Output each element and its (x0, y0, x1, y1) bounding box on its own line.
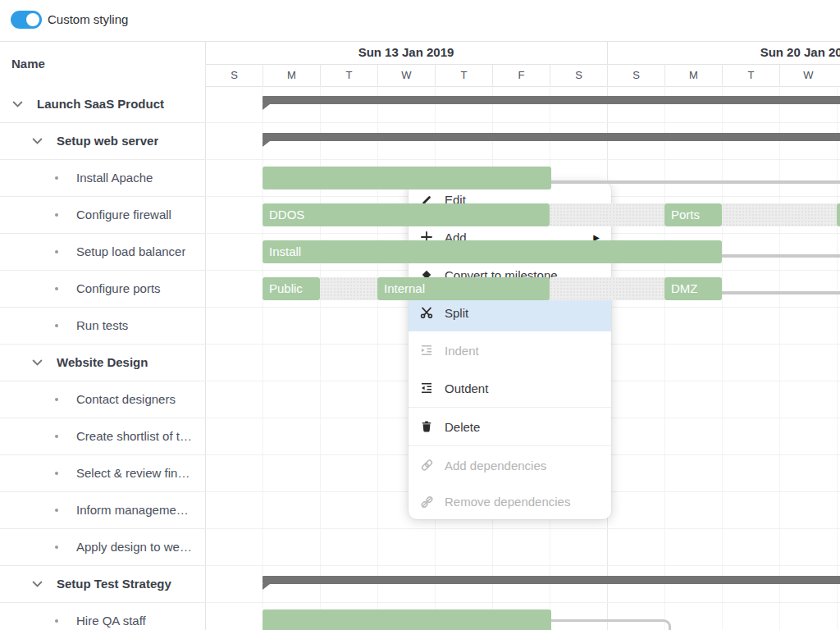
task-bar-segment-ports[interactable]: Ports (664, 203, 722, 226)
day-header-cell: S (550, 64, 607, 86)
day-header-cell: T (722, 64, 779, 86)
timeline-row[interactable] (205, 86, 840, 123)
menu-item-add-dependencies: Add dependencies (409, 446, 611, 484)
timeline-row[interactable] (205, 529, 840, 566)
tree-row-apply-design-to-we-[interactable]: Apply design to we… (0, 529, 205, 566)
menu-item-label: Delete (445, 420, 480, 434)
leaf-bullet-icon (48, 455, 66, 491)
task-name-label: Website Design (57, 345, 148, 381)
dependency-line (551, 180, 840, 184)
leaf-bullet-icon (48, 603, 66, 630)
task-name-label: Launch SaaS Product (37, 86, 164, 122)
day-header-cell: F (492, 64, 550, 86)
day-header-cell: M (664, 64, 722, 86)
task-context-menu: EditAdd…▶Convert to milestoneSplitIndent… (409, 182, 611, 519)
tree-row-hire-qa-staff[interactable]: Hire QA staff (0, 603, 205, 630)
name-column-header[interactable]: Name (11, 41, 45, 86)
tree-row-setup-load-balancer[interactable]: Setup load balancer (0, 234, 205, 271)
summary-task-bar[interactable] (262, 576, 840, 584)
dependency-line (722, 291, 840, 294)
leaf-bullet-icon (48, 271, 66, 307)
task-name-label: Setup web server (57, 123, 158, 159)
task-name-label: Apply design to we… (76, 529, 192, 565)
tree-row-install-apache[interactable]: Install Apache (0, 160, 205, 197)
menu-item-indent: Indent (409, 331, 611, 369)
task-bar-segment-public[interactable]: Public (262, 277, 320, 300)
task-bar-segment-internal[interactable]: Internal (377, 277, 550, 300)
outdent-icon (420, 381, 436, 395)
dependency-line (722, 254, 840, 258)
task-name-label: Configure firewall (76, 197, 171, 233)
day-header-cell: S (607, 64, 664, 86)
split-gap-segment[interactable] (722, 203, 837, 226)
expand-chevron-down-icon[interactable] (28, 345, 46, 381)
menu-item-delete[interactable]: Delete (409, 408, 611, 445)
indent-icon (420, 344, 436, 357)
gantt-app: Custom styling Name Sun 13 Jan 2019Sun 2… (0, 0, 840, 630)
leaf-bullet-icon (48, 418, 66, 454)
task-name-label: Inform manageme… (76, 492, 189, 528)
day-header-cell: T (320, 64, 377, 86)
leaf-bullet-icon (48, 234, 66, 270)
link-broken-icon (420, 495, 436, 509)
leaf-bullet-icon (48, 197, 66, 233)
summary-task-bar[interactable] (262, 133, 840, 141)
task-bar-segment[interactable] (262, 609, 551, 630)
timeline-row[interactable] (205, 566, 840, 603)
task-bar-segment-ddos[interactable]: DDOS (262, 203, 550, 226)
tree-row-inform-manageme-[interactable]: Inform manageme… (0, 492, 205, 529)
task-name-label: Install Apache (76, 160, 153, 196)
task-bar-segment[interactable] (262, 167, 551, 189)
menu-item-label: Split (445, 306, 468, 320)
tree-row-configure-firewall[interactable]: Configure firewall (0, 197, 205, 234)
task-name-label: Create shortlist of t… (76, 418, 192, 454)
task-name-label: Hire QA staff (76, 603, 146, 630)
day-header-cell: W (377, 64, 435, 86)
trash-icon (420, 420, 436, 433)
leaf-bullet-icon (48, 529, 66, 565)
leaf-bullet-icon (48, 381, 66, 418)
tree-row-select-review-fin-[interactable]: Select & review fin… (0, 455, 205, 492)
split-gap-segment[interactable] (550, 203, 664, 226)
dependency-line (551, 619, 671, 630)
menu-item-outdent[interactable]: Outdent (409, 369, 611, 407)
timeline-row[interactable] (205, 123, 840, 160)
tree-row-launch-saas-product[interactable]: Launch SaaS Product (0, 86, 205, 123)
tree-row-contact-designers[interactable]: Contact designers (0, 381, 205, 418)
week-boundary-line (607, 41, 608, 64)
day-header-cell: S (205, 64, 262, 86)
task-bar-segment-dmz[interactable]: DMZ (664, 277, 722, 300)
tree-row-setup-test-strategy[interactable]: Setup Test Strategy (0, 566, 205, 603)
day-header-cell: M (262, 64, 320, 86)
expand-chevron-down-icon[interactable] (28, 566, 46, 602)
tree-row-run-tests[interactable]: Run tests (0, 308, 205, 345)
summary-task-bar[interactable] (262, 96, 840, 104)
task-name-label: Run tests (76, 308, 128, 344)
expand-chevron-down-icon[interactable] (8, 86, 26, 122)
leaf-bullet-icon (48, 308, 66, 344)
split-gap-segment[interactable] (320, 277, 377, 300)
task-name-label: Contact designers (76, 381, 176, 418)
day-header-cell: T (435, 64, 492, 86)
menu-item-label: Add dependencies (445, 459, 546, 472)
menu-item-label: Remove dependencies (445, 495, 570, 509)
menu-item-remove-dependencies: Remove dependencies (409, 484, 611, 519)
task-bar-segment-install[interactable]: Install (262, 240, 722, 263)
tree-row-configure-ports[interactable]: Configure ports (0, 271, 205, 308)
tree-row-create-shortlist-of-t-[interactable]: Create shortlist of t… (0, 418, 205, 455)
tree-row-setup-web-server[interactable]: Setup web server (0, 123, 205, 160)
task-name-label: Setup load balancer (76, 234, 185, 270)
task-name-label: Select & review fin… (76, 455, 189, 491)
menu-item-label: Indent (445, 344, 479, 358)
toggle-knob (26, 13, 39, 26)
expand-chevron-down-icon[interactable] (28, 123, 46, 159)
custom-styling-toggle[interactable] (11, 11, 42, 29)
tree-row-website-design[interactable]: Website Design (0, 345, 205, 381)
task-bar-segment[interactable] (837, 203, 840, 226)
menu-item-label: Outdent (445, 381, 488, 395)
task-name-label: Configure ports (76, 271, 161, 307)
split-gap-segment[interactable] (550, 277, 664, 300)
custom-styling-label: Custom styling (48, 12, 128, 26)
week-header-1: Sun 20 Jan 2019 (607, 41, 840, 64)
week-header-0: Sun 13 Jan 2019 (205, 41, 607, 64)
